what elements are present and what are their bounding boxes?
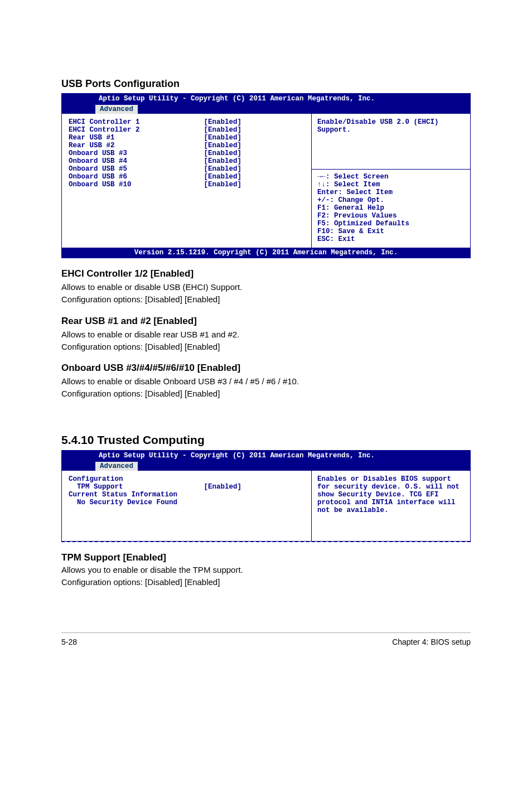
bios-help-text: Enables or Disables BIOS support for sec… <box>317 475 467 514</box>
bios-settings-pane: EHCI Controller 1[Enabled] EHCI Controll… <box>62 114 311 248</box>
bios-row: Onboard USB #10[Enabled] <box>69 181 308 189</box>
bios-title: Aptio Setup Utility - Copyright (C) 2011… <box>65 95 467 103</box>
help-key-line: +/-: Change Opt. <box>317 196 467 204</box>
paragraph: Allows to enable or disable USB (EHCI) S… <box>61 282 471 293</box>
help-key-line: Enter: Select Item <box>317 189 467 196</box>
chapter-label: Chapter 4: BIOS setup <box>392 637 471 646</box>
paragraph: Allows to enable or disable rear USB #1 … <box>61 329 471 340</box>
help-key-line: F1: General Help <box>317 204 467 212</box>
help-key-line: ↑↓: Select Item <box>317 181 467 189</box>
divider <box>312 169 470 170</box>
bios-title: Aptio Setup Utility - Copyright (C) 2011… <box>65 452 467 460</box>
bios-help-pane: Enable/Disable USB 2.0 (EHCI) Support. →… <box>311 114 470 248</box>
bios-help-pane: Enables or Disables BIOS support for sec… <box>311 471 470 541</box>
help-key-line: F10: Save & Exit <box>317 228 467 235</box>
heading-usb-ports: USB Ports Configuration <box>61 78 471 90</box>
paragraph: Allows to enable or disable Onboard USB … <box>61 376 471 387</box>
help-key-line: →←: Select Screen <box>317 173 467 181</box>
help-key-line: ESC: Exit <box>317 235 467 243</box>
heading-tpm: TPM Support [Enabled] <box>61 552 471 563</box>
bios-row: Onboard USB #5[Enabled] <box>69 165 308 173</box>
heading-onboard-usb: Onboard USB #3/#4/#5/#6/#10 [Enabled] <box>61 363 471 374</box>
bios-row: Configuration <box>69 475 308 483</box>
page-footer: 5-28 Chapter 4: BIOS setup <box>61 632 471 646</box>
page-number: 5-28 <box>61 637 77 646</box>
paragraph: Configuration options: [Disabled] [Enabl… <box>61 294 471 305</box>
bios-screenshot-usb: Aptio Setup Utility - Copyright (C) 2011… <box>61 93 471 258</box>
heading-ehci: EHCI Controller 1/2 [Enabled] <box>61 268 471 279</box>
bios-screenshot-tpm: Aptio Setup Utility - Copyright (C) 2011… <box>61 450 471 542</box>
paragraph: Allows you to enable or disable the TPM … <box>61 564 471 576</box>
bios-header: Aptio Setup Utility - Copyright (C) 2011… <box>62 451 470 461</box>
bios-row: Rear USB #1[Enabled] <box>69 134 308 142</box>
bios-row: No Security Device Found <box>69 499 308 506</box>
help-key-line: F5: Optimized Defaults <box>317 220 467 228</box>
help-key-line: F2: Previous Values <box>317 212 467 220</box>
paragraph: Configuration options: [Disabled] [Enabl… <box>61 388 471 399</box>
bios-row: Onboard USB #4[Enabled] <box>69 157 308 165</box>
bios-tab-row: Advanced <box>62 461 470 471</box>
torn-edge <box>61 541 471 542</box>
paragraph: Configuration options: [Disabled] [Enabl… <box>61 341 471 352</box>
bios-row: Onboard USB #3[Enabled] <box>69 149 308 157</box>
paragraph: Configuration options: [Disabled] [Enabl… <box>61 577 471 588</box>
bios-row: Onboard USB #6[Enabled] <box>69 173 308 181</box>
heading-trusted-computing: 5.4.10 Trusted Computing <box>61 433 471 447</box>
bios-header: Aptio Setup Utility - Copyright (C) 2011… <box>62 94 470 104</box>
bios-row: Current Status Information <box>69 491 308 499</box>
bios-help-text: Enable/Disable USB 2.0 (EHCI) Support. <box>317 118 467 134</box>
bios-tab-advanced: Advanced <box>95 462 138 471</box>
bios-tab-advanced: Advanced <box>95 105 138 114</box>
bios-footer: Version 2.15.1219. Copyright (C) 2011 Am… <box>62 248 470 258</box>
bios-row: EHCI Controller 1[Enabled] <box>69 118 308 126</box>
bios-row: Rear USB #2[Enabled] <box>69 142 308 149</box>
bios-row: EHCI Controller 2[Enabled] <box>69 126 308 134</box>
heading-rear-usb: Rear USB #1 and #2 [Enabled] <box>61 316 471 327</box>
bios-tab-row: Advanced <box>62 104 470 114</box>
bios-settings-pane: Configuration TPM Support[Enabled] Curre… <box>62 471 311 541</box>
bios-row: TPM Support[Enabled] <box>69 483 308 491</box>
